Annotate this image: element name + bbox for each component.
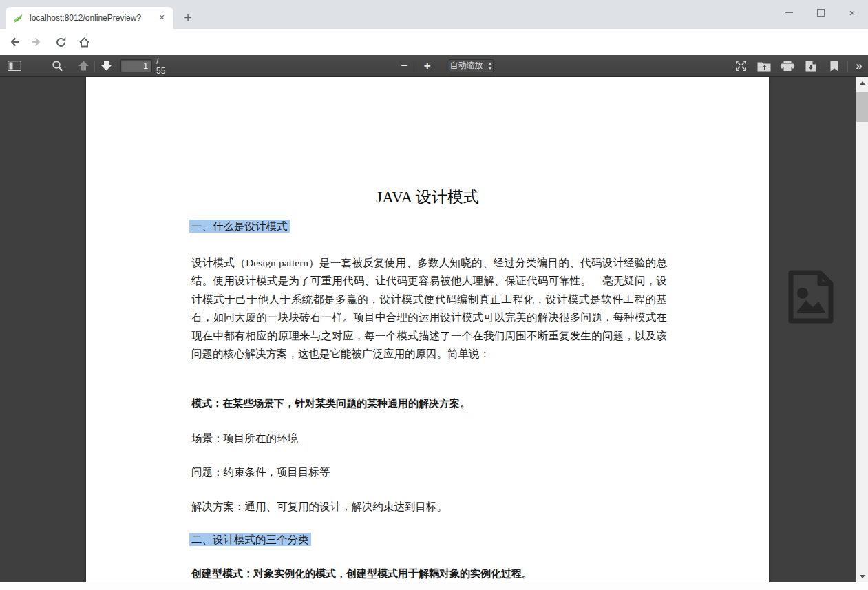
open-folder-icon	[757, 61, 771, 72]
toolbar-separator	[847, 61, 848, 72]
scene-line: 场景：项目所在的环境	[191, 432, 298, 446]
close-icon: ×	[849, 8, 856, 18]
sidebar-toggle-icon	[8, 61, 21, 71]
toolbar-separator	[94, 61, 95, 72]
scroll-down-icon	[860, 575, 865, 578]
page-bottom-strip	[0, 582, 868, 590]
chevron-double-right-icon: »	[856, 60, 862, 72]
sidebar-toggle-button[interactable]	[6, 58, 23, 74]
arrow-down-icon	[100, 61, 112, 71]
zoom-in-button[interactable]: +	[419, 58, 436, 74]
fullscreen-icon	[735, 60, 747, 72]
scroll-up-button[interactable]	[856, 77, 868, 89]
search-icon	[52, 60, 63, 72]
tab-strip: localhost:8012/onlinePreview? × + ×	[0, 0, 868, 29]
zoom-level-select[interactable]: 自动缩放	[449, 59, 494, 72]
previous-page-button[interactable]	[74, 58, 92, 74]
forward-button[interactable]	[28, 32, 47, 52]
window-controls: ×	[773, 0, 868, 25]
printer-icon	[781, 61, 794, 72]
next-page-button[interactable]	[97, 58, 115, 74]
back-button[interactable]	[4, 32, 23, 52]
document-title: JAVA 设计模式	[86, 187, 769, 208]
scroll-up-icon	[860, 81, 865, 85]
page-count-label: / 55	[156, 56, 167, 76]
pdf-viewer-toolbar: / 55 − + 自动缩放 »	[0, 55, 868, 77]
scroll-down-button[interactable]	[856, 571, 868, 582]
presentation-mode-button[interactable]	[732, 58, 750, 74]
pattern-definition-line: 模式：在某些场景下，针对某类问题的某种通用的解决方案。	[191, 397, 470, 410]
scrollbar-thumb[interactable]	[856, 92, 868, 122]
spring-leaf-favicon	[12, 12, 24, 24]
bookmark-current-view-button[interactable]	[825, 58, 843, 74]
toolbar-separator	[416, 61, 416, 72]
tab-close-icon[interactable]: ×	[156, 12, 168, 24]
solution-line: 解决方案：通用、可复用的设计，解决约束达到目标。	[191, 500, 447, 514]
reload-button[interactable]	[51, 32, 70, 52]
tab-title: localhost:8012/onlinePreview?	[30, 13, 156, 23]
bookmark-icon	[830, 61, 838, 72]
minimize-icon	[785, 12, 793, 13]
minus-icon: −	[401, 60, 408, 72]
browser-window: localhost:8012/onlinePreview? × + × loca…	[0, 0, 868, 590]
minimize-button[interactable]	[773, 0, 805, 25]
section-1-heading: 一、什么是设计模式	[189, 220, 290, 234]
zoom-out-button[interactable]: −	[396, 58, 414, 74]
page-number-input[interactable]	[120, 59, 152, 72]
new-tab-button[interactable]: +	[179, 10, 197, 28]
open-file-button[interactable]	[755, 58, 773, 74]
arrow-up-icon	[78, 61, 89, 71]
print-button[interactable]	[779, 58, 796, 74]
active-tab[interactable]: localhost:8012/onlinePreview? ×	[6, 7, 173, 29]
highlighted-text: 二、设计模式的三个分类	[189, 533, 311, 546]
vertical-scrollbar[interactable]	[856, 77, 868, 582]
maximize-icon	[817, 9, 825, 17]
creational-pattern-line: 创建型模式：对象实例化的模式，创建型模式用于解耦对象的实例化过程。	[191, 567, 532, 580]
select-arrows-icon	[488, 63, 492, 70]
image-file-icon	[785, 270, 836, 324]
pdf-viewer-area: JAVA 设计模式 一、什么是设计模式 设计模式（Design pattern）…	[0, 77, 856, 582]
zoom-level-value: 自动缩放	[449, 60, 483, 72]
search-button[interactable]	[48, 58, 66, 74]
section-2-heading: 二、设计模式的三个分类	[189, 533, 311, 547]
home-icon	[78, 36, 91, 49]
plus-icon: +	[424, 60, 431, 72]
download-button[interactable]	[802, 58, 820, 74]
back-icon	[7, 35, 21, 49]
forward-icon	[30, 35, 44, 49]
pdf-page-1: JAVA 设计模式 一、什么是设计模式 设计模式（Design pattern）…	[86, 77, 769, 582]
download-icon	[805, 61, 816, 72]
maximize-button[interactable]	[805, 0, 836, 25]
browser-toolbar: localhost:8012/onlinePreview?url=http://…	[0, 29, 868, 55]
close-button[interactable]: ×	[836, 0, 868, 25]
reload-icon	[54, 36, 67, 49]
problem-line: 问题：约束条件，项目目标等	[191, 465, 330, 480]
more-tools-button[interactable]: »	[850, 58, 868, 74]
home-button[interactable]	[74, 32, 94, 52]
highlighted-text: 一、什么是设计模式	[189, 220, 290, 233]
section-1-paragraph: 设计模式（Design pattern）是一套被反复使用、多数人知晓的、经过分类…	[191, 254, 667, 363]
